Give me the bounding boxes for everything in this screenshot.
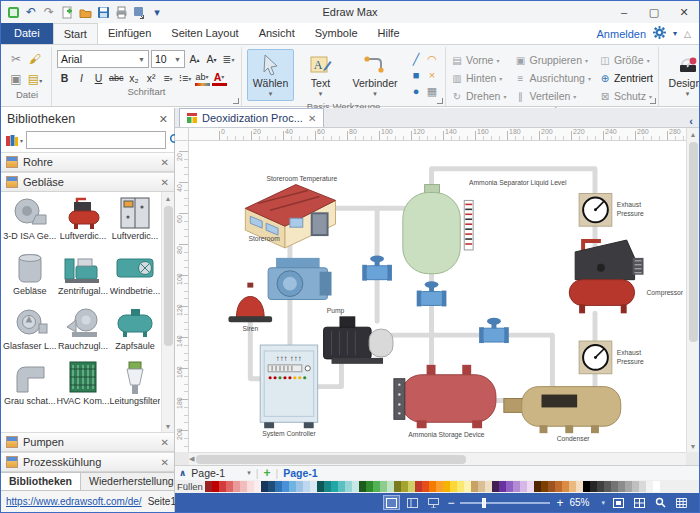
- palette-swatch[interactable]: [394, 481, 401, 492]
- font-color-icon[interactable]: A▾: [212, 70, 227, 86]
- library-item[interactable]: Rauchzugl...: [57, 305, 110, 360]
- exhaust-pressure-gauge-bottom[interactable]: [579, 341, 612, 374]
- align-icon[interactable]: ≣▾: [221, 51, 236, 67]
- palette-swatch[interactable]: [457, 481, 464, 492]
- scroll-down-icon[interactable]: ▼: [690, 440, 697, 452]
- category-geblaese[interactable]: Gebläse ✕: [1, 172, 174, 192]
- condenser-shape[interactable]: [504, 387, 621, 434]
- palette-swatch[interactable]: [408, 481, 415, 492]
- collapse-pagebar-icon[interactable]: ∧: [179, 468, 186, 478]
- menu-tab-seiten-layout[interactable]: Seiten Layout: [161, 23, 248, 44]
- panel-tab-bibliotheken[interactable]: Bibliotheken: [1, 473, 81, 490]
- superscript-icon[interactable]: x²: [144, 70, 159, 86]
- add-page-icon[interactable]: +: [263, 466, 270, 480]
- scroll-up-icon[interactable]: ▲: [165, 192, 172, 204]
- palette-swatch[interactable]: [471, 481, 478, 492]
- arrange-schutz[interactable]: ⊠Schutz▾: [599, 87, 653, 105]
- palette-swatch[interactable]: [492, 481, 499, 492]
- palette-swatch[interactable]: [317, 481, 324, 492]
- arrange-groeße[interactable]: ◫Größe▾: [599, 51, 653, 69]
- maximize-button[interactable]: ▢: [639, 1, 669, 23]
- line-spacing-icon[interactable]: ≡▾: [161, 70, 176, 86]
- page-selector[interactable]: Page-1▾: [191, 467, 250, 479]
- arrange-verteilen[interactable]: ∥Verteilen▾: [514, 87, 590, 105]
- category-close-icon[interactable]: ✕: [161, 157, 169, 168]
- library-item[interactable]: Leitungsfilter: [109, 360, 160, 415]
- subscript-icon[interactable]: x₂: [127, 70, 142, 86]
- save-as-icon[interactable]: [132, 5, 146, 19]
- palette-swatch[interactable]: [653, 481, 660, 492]
- menu-tab-start[interactable]: Start: [53, 23, 98, 44]
- app-icon[interactable]: [6, 5, 20, 19]
- library-item[interactable]: Grau schat...: [3, 360, 57, 415]
- valve-shape[interactable]: [417, 281, 447, 306]
- palette-swatch[interactable]: [366, 481, 373, 492]
- palette-swatch[interactable]: [450, 481, 457, 492]
- shrink-font-icon[interactable]: A▾: [204, 51, 219, 67]
- format-painter-icon[interactable]: 🖌︎: [29, 52, 41, 66]
- website-link[interactable]: https://www.edrawsoft.com/de/: [6, 496, 142, 507]
- page-tab[interactable]: Page-1: [283, 467, 317, 479]
- palette-swatch[interactable]: [618, 481, 625, 492]
- settings-caret-icon[interactable]: ▾: [673, 29, 677, 38]
- palette-swatch[interactable]: [639, 481, 646, 492]
- vertical-scrollbar[interactable]: ▲ ▼: [686, 128, 699, 452]
- arrange-drehen[interactable]: ↻Drehen▾: [451, 87, 506, 105]
- menu-tab-einfügen[interactable]: Einfügen: [98, 23, 161, 44]
- palette-swatch[interactable]: [324, 481, 331, 492]
- collapse-ribbon-icon[interactable]: △: [684, 29, 691, 39]
- palette-swatch[interactable]: [289, 481, 296, 492]
- diagram-canvas[interactable]: ↑↑↑ ↑↑↑: [189, 141, 686, 452]
- library-item[interactable]: 3-D ISA Ge...: [3, 195, 57, 250]
- palette-swatch[interactable]: [534, 481, 541, 492]
- paste-icon[interactable]: ▤▾: [28, 72, 42, 86]
- zoom-slider-thumb[interactable]: [482, 498, 486, 508]
- tools-dialog-launcher[interactable]: [437, 98, 443, 104]
- palette-swatch[interactable]: [429, 481, 436, 492]
- library-item[interactable]: [3, 415, 57, 432]
- category-pumpen[interactable]: Pumpen ✕: [1, 432, 174, 452]
- menu-tab-symbole[interactable]: Symbole: [305, 23, 368, 44]
- valve-shape[interactable]: [362, 255, 392, 280]
- palette-swatch[interactable]: [625, 481, 632, 492]
- arc-tool-icon[interactable]: ◠: [427, 53, 437, 66]
- font-size-select[interactable]: 10▼: [151, 50, 185, 68]
- palette-swatch[interactable]: [632, 481, 639, 492]
- palette-swatch[interactable]: [219, 481, 226, 492]
- palette-swatch[interactable]: [527, 481, 534, 492]
- compressor-shape[interactable]: [569, 240, 643, 313]
- zoom-out-icon[interactable]: −: [447, 497, 454, 509]
- library-item[interactable]: Zapfsäule: [109, 305, 160, 360]
- palette-swatch[interactable]: [485, 481, 492, 492]
- fit-selection-icon[interactable]: [632, 496, 647, 509]
- palette-swatch[interactable]: [387, 481, 394, 492]
- arrange-ausrichtung[interactable]: ≡Ausrichtung▾: [514, 69, 590, 87]
- palette-swatch[interactable]: [247, 481, 254, 492]
- library-item[interactable]: Luftverdic...: [57, 195, 110, 250]
- palette-swatch[interactable]: [464, 481, 471, 492]
- palette-swatch[interactable]: [422, 481, 429, 492]
- palette-swatch[interactable]: [611, 481, 618, 492]
- presentation-view-icon[interactable]: [426, 496, 441, 509]
- crop-tool-icon[interactable]: ▦: [427, 85, 437, 98]
- library-scrollbar[interactable]: ▲ ▼: [161, 192, 174, 432]
- palette-swatch[interactable]: [261, 481, 268, 492]
- library-item[interactable]: Luftverdic...: [109, 195, 160, 250]
- font-family-select[interactable]: Arial▼: [57, 50, 149, 68]
- strikethrough-icon[interactable]: abc: [108, 70, 125, 86]
- palette-swatch[interactable]: [310, 481, 317, 492]
- palette-swatch[interactable]: [296, 481, 303, 492]
- library-item[interactable]: [109, 415, 160, 432]
- palette-swatch[interactable]: [562, 481, 569, 492]
- menu-tab-hilfe[interactable]: Hilfe: [368, 23, 410, 44]
- palette-swatch[interactable]: [373, 481, 380, 492]
- collapse-panel-icon[interactable]: ‹: [689, 115, 699, 127]
- palette-swatch[interactable]: [275, 481, 282, 492]
- select-tool-button[interactable]: Wählen▾: [247, 49, 294, 101]
- fit-page-icon[interactable]: [611, 496, 626, 509]
- connector-tool-button[interactable]: Verbinder▾: [347, 49, 403, 101]
- library-search-input[interactable]: [26, 131, 166, 149]
- blower-machine-shape[interactable]: [268, 258, 331, 300]
- palette-swatch[interactable]: [520, 481, 527, 492]
- text-tool-button[interactable]: A Text▾: [297, 49, 344, 101]
